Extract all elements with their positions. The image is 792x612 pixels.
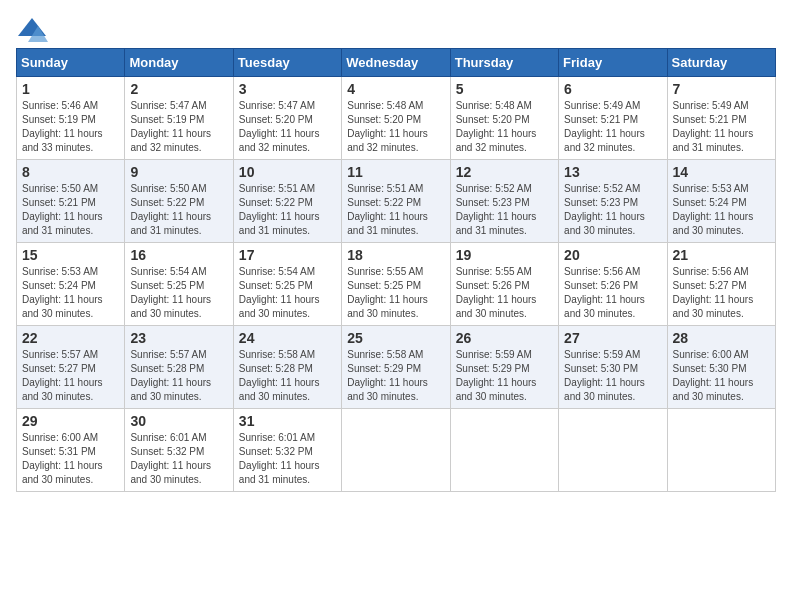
day-cell: 3Sunrise: 5:47 AM Sunset: 5:20 PM Daylig… — [233, 77, 341, 160]
day-number: 13 — [564, 164, 661, 180]
day-cell: 25Sunrise: 5:58 AM Sunset: 5:29 PM Dayli… — [342, 326, 450, 409]
day-number: 3 — [239, 81, 336, 97]
day-info: Sunrise: 6:00 AM Sunset: 5:31 PM Dayligh… — [22, 431, 119, 487]
day-number: 10 — [239, 164, 336, 180]
day-info: Sunrise: 5:53 AM Sunset: 5:24 PM Dayligh… — [22, 265, 119, 321]
day-info: Sunrise: 6:01 AM Sunset: 5:32 PM Dayligh… — [239, 431, 336, 487]
day-number: 14 — [673, 164, 770, 180]
day-cell: 7Sunrise: 5:49 AM Sunset: 5:21 PM Daylig… — [667, 77, 775, 160]
header-cell-thursday: Thursday — [450, 49, 558, 77]
day-number: 20 — [564, 247, 661, 263]
day-cell: 23Sunrise: 5:57 AM Sunset: 5:28 PM Dayli… — [125, 326, 233, 409]
page-header — [16, 16, 776, 44]
header-cell-saturday: Saturday — [667, 49, 775, 77]
logo-icon — [16, 16, 48, 44]
day-cell: 27Sunrise: 5:59 AM Sunset: 5:30 PM Dayli… — [559, 326, 667, 409]
day-number: 28 — [673, 330, 770, 346]
logo — [16, 16, 52, 44]
day-number: 19 — [456, 247, 553, 263]
day-cell: 21Sunrise: 5:56 AM Sunset: 5:27 PM Dayli… — [667, 243, 775, 326]
day-cell: 6Sunrise: 5:49 AM Sunset: 5:21 PM Daylig… — [559, 77, 667, 160]
week-row-2: 8Sunrise: 5:50 AM Sunset: 5:21 PM Daylig… — [17, 160, 776, 243]
day-number: 8 — [22, 164, 119, 180]
day-info: Sunrise: 5:52 AM Sunset: 5:23 PM Dayligh… — [564, 182, 661, 238]
day-cell: 22Sunrise: 5:57 AM Sunset: 5:27 PM Dayli… — [17, 326, 125, 409]
day-info: Sunrise: 5:53 AM Sunset: 5:24 PM Dayligh… — [673, 182, 770, 238]
day-info: Sunrise: 5:49 AM Sunset: 5:21 PM Dayligh… — [673, 99, 770, 155]
day-cell: 10Sunrise: 5:51 AM Sunset: 5:22 PM Dayli… — [233, 160, 341, 243]
day-cell: 24Sunrise: 5:58 AM Sunset: 5:28 PM Dayli… — [233, 326, 341, 409]
day-number: 1 — [22, 81, 119, 97]
day-cell — [667, 409, 775, 492]
day-cell: 17Sunrise: 5:54 AM Sunset: 5:25 PM Dayli… — [233, 243, 341, 326]
calendar-body: 1Sunrise: 5:46 AM Sunset: 5:19 PM Daylig… — [17, 77, 776, 492]
day-number: 4 — [347, 81, 444, 97]
day-number: 23 — [130, 330, 227, 346]
day-info: Sunrise: 5:49 AM Sunset: 5:21 PM Dayligh… — [564, 99, 661, 155]
day-cell: 5Sunrise: 5:48 AM Sunset: 5:20 PM Daylig… — [450, 77, 558, 160]
day-cell: 9Sunrise: 5:50 AM Sunset: 5:22 PM Daylig… — [125, 160, 233, 243]
day-info: Sunrise: 5:47 AM Sunset: 5:19 PM Dayligh… — [130, 99, 227, 155]
day-info: Sunrise: 5:51 AM Sunset: 5:22 PM Dayligh… — [239, 182, 336, 238]
day-number: 30 — [130, 413, 227, 429]
day-number: 25 — [347, 330, 444, 346]
header-cell-tuesday: Tuesday — [233, 49, 341, 77]
day-info: Sunrise: 5:58 AM Sunset: 5:29 PM Dayligh… — [347, 348, 444, 404]
day-cell: 1Sunrise: 5:46 AM Sunset: 5:19 PM Daylig… — [17, 77, 125, 160]
day-cell: 15Sunrise: 5:53 AM Sunset: 5:24 PM Dayli… — [17, 243, 125, 326]
day-cell: 8Sunrise: 5:50 AM Sunset: 5:21 PM Daylig… — [17, 160, 125, 243]
header-cell-sunday: Sunday — [17, 49, 125, 77]
day-number: 22 — [22, 330, 119, 346]
day-number: 16 — [130, 247, 227, 263]
day-cell: 11Sunrise: 5:51 AM Sunset: 5:22 PM Dayli… — [342, 160, 450, 243]
day-info: Sunrise: 5:56 AM Sunset: 5:26 PM Dayligh… — [564, 265, 661, 321]
header-cell-friday: Friday — [559, 49, 667, 77]
day-number: 27 — [564, 330, 661, 346]
day-number: 6 — [564, 81, 661, 97]
day-info: Sunrise: 5:48 AM Sunset: 5:20 PM Dayligh… — [347, 99, 444, 155]
day-number: 21 — [673, 247, 770, 263]
day-cell: 30Sunrise: 6:01 AM Sunset: 5:32 PM Dayli… — [125, 409, 233, 492]
day-info: Sunrise: 5:50 AM Sunset: 5:21 PM Dayligh… — [22, 182, 119, 238]
day-number: 11 — [347, 164, 444, 180]
day-number: 5 — [456, 81, 553, 97]
calendar-table: SundayMondayTuesdayWednesdayThursdayFrid… — [16, 48, 776, 492]
day-info: Sunrise: 6:01 AM Sunset: 5:32 PM Dayligh… — [130, 431, 227, 487]
day-cell: 28Sunrise: 6:00 AM Sunset: 5:30 PM Dayli… — [667, 326, 775, 409]
day-info: Sunrise: 5:55 AM Sunset: 5:26 PM Dayligh… — [456, 265, 553, 321]
day-number: 29 — [22, 413, 119, 429]
week-row-1: 1Sunrise: 5:46 AM Sunset: 5:19 PM Daylig… — [17, 77, 776, 160]
day-info: Sunrise: 5:59 AM Sunset: 5:29 PM Dayligh… — [456, 348, 553, 404]
day-info: Sunrise: 5:52 AM Sunset: 5:23 PM Dayligh… — [456, 182, 553, 238]
day-cell: 14Sunrise: 5:53 AM Sunset: 5:24 PM Dayli… — [667, 160, 775, 243]
day-info: Sunrise: 5:54 AM Sunset: 5:25 PM Dayligh… — [239, 265, 336, 321]
day-cell: 19Sunrise: 5:55 AM Sunset: 5:26 PM Dayli… — [450, 243, 558, 326]
day-info: Sunrise: 5:58 AM Sunset: 5:28 PM Dayligh… — [239, 348, 336, 404]
header-cell-monday: Monday — [125, 49, 233, 77]
day-number: 18 — [347, 247, 444, 263]
header-cell-wednesday: Wednesday — [342, 49, 450, 77]
day-info: Sunrise: 5:55 AM Sunset: 5:25 PM Dayligh… — [347, 265, 444, 321]
day-number: 24 — [239, 330, 336, 346]
day-info: Sunrise: 5:47 AM Sunset: 5:20 PM Dayligh… — [239, 99, 336, 155]
day-cell: 26Sunrise: 5:59 AM Sunset: 5:29 PM Dayli… — [450, 326, 558, 409]
week-row-5: 29Sunrise: 6:00 AM Sunset: 5:31 PM Dayli… — [17, 409, 776, 492]
day-number: 2 — [130, 81, 227, 97]
day-cell: 20Sunrise: 5:56 AM Sunset: 5:26 PM Dayli… — [559, 243, 667, 326]
day-number: 15 — [22, 247, 119, 263]
day-number: 17 — [239, 247, 336, 263]
day-info: Sunrise: 6:00 AM Sunset: 5:30 PM Dayligh… — [673, 348, 770, 404]
day-cell: 12Sunrise: 5:52 AM Sunset: 5:23 PM Dayli… — [450, 160, 558, 243]
day-cell — [559, 409, 667, 492]
day-info: Sunrise: 5:57 AM Sunset: 5:28 PM Dayligh… — [130, 348, 227, 404]
day-number: 26 — [456, 330, 553, 346]
day-info: Sunrise: 5:48 AM Sunset: 5:20 PM Dayligh… — [456, 99, 553, 155]
day-cell: 13Sunrise: 5:52 AM Sunset: 5:23 PM Dayli… — [559, 160, 667, 243]
day-info: Sunrise: 5:54 AM Sunset: 5:25 PM Dayligh… — [130, 265, 227, 321]
week-row-3: 15Sunrise: 5:53 AM Sunset: 5:24 PM Dayli… — [17, 243, 776, 326]
day-number: 31 — [239, 413, 336, 429]
day-cell: 4Sunrise: 5:48 AM Sunset: 5:20 PM Daylig… — [342, 77, 450, 160]
day-cell: 31Sunrise: 6:01 AM Sunset: 5:32 PM Dayli… — [233, 409, 341, 492]
day-cell — [342, 409, 450, 492]
day-number: 7 — [673, 81, 770, 97]
